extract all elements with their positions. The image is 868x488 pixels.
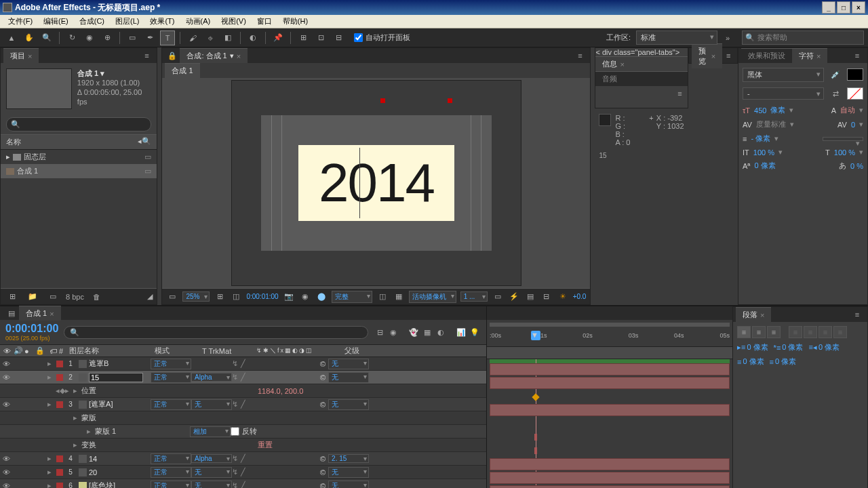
visibility-toggle[interactable]: 👁 xyxy=(0,401,12,409)
mask-mode-dropdown[interactable]: 相加 xyxy=(190,426,231,437)
transform-handle[interactable] xyxy=(448,98,452,103)
font-size[interactable]: 450 xyxy=(754,106,766,115)
pickwhip-icon[interactable]: © xyxy=(320,468,326,476)
eye-col-icon[interactable]: 👁 xyxy=(0,347,14,355)
layer-row[interactable]: 👁 ▸ 5 20 正常 无 ↯ ╱ ©无 xyxy=(0,466,486,479)
menu-layer[interactable]: 图层(L) xyxy=(110,15,144,28)
auto-open-panels[interactable]: 自动打开面板 xyxy=(354,33,410,43)
eraser-tool-icon[interactable]: ◧ xyxy=(220,30,235,45)
tree-folder[interactable]: ▸ 固态层 ▭ xyxy=(1,150,157,164)
layer-switch-icon[interactable]: ╱ xyxy=(241,454,245,463)
swap-colors-icon[interactable]: ⇄ xyxy=(828,86,843,101)
close-icon[interactable]: × xyxy=(760,311,764,319)
render-queue-icon[interactable]: ▤ xyxy=(4,306,19,321)
brush-tool-icon[interactable]: 🖌 xyxy=(185,30,200,45)
stroke-width[interactable]: - 像素 xyxy=(751,134,770,144)
name-column[interactable]: 名称 xyxy=(6,137,21,147)
leading[interactable]: 自动 xyxy=(840,105,855,115)
rotate-tool-icon[interactable]: ↻ xyxy=(64,30,79,45)
eyedropper-icon[interactable]: 💉 xyxy=(828,67,843,82)
trkmat-col[interactable]: T TrkMat xyxy=(202,347,256,355)
camera-tool-icon[interactable]: ◉ xyxy=(82,30,97,45)
project-tree[interactable]: ▸ 固态层 ▭ 合成 1 ▭ xyxy=(1,150,157,288)
justify-last-center-icon[interactable]: ≡ xyxy=(804,326,817,338)
current-time[interactable]: 0:00:01:00 xyxy=(246,293,278,300)
label-color[interactable] xyxy=(56,361,63,367)
always-preview-icon[interactable]: ▭ xyxy=(166,291,178,303)
layer-switch-icon[interactable]: ↯ xyxy=(232,373,238,382)
layer-name[interactable]: 20 xyxy=(76,468,151,476)
layer-duration-bar[interactable] xyxy=(490,485,730,488)
zoom-dropdown[interactable]: 25% xyxy=(182,291,210,302)
menu-help[interactable]: 帮助(H) xyxy=(277,15,313,28)
timeline-current-time[interactable]: 0:00:01:00 xyxy=(5,323,58,335)
hand-tool-icon[interactable]: ✋ xyxy=(22,30,37,45)
menu-view[interactable]: 视图(V) xyxy=(216,15,252,28)
hide-shy-icon[interactable]: 👻 xyxy=(408,326,420,338)
expand-icon[interactable]: ▸ xyxy=(73,441,77,449)
justify-all-icon[interactable]: ≡ xyxy=(833,326,847,338)
effects-tab[interactable]: 效果和预设 xyxy=(741,48,792,63)
panel-menu-icon[interactable]: ≡ xyxy=(572,48,587,63)
preview-tab[interactable]: 预览× xyxy=(692,43,723,68)
layer-switch-icon[interactable]: ╱ xyxy=(241,468,245,476)
project-search[interactable]: 🔍 xyxy=(6,117,151,131)
layer-switch-icon[interactable]: ↯ xyxy=(232,359,238,368)
stroke-color[interactable] xyxy=(847,87,863,100)
layer-switch-icon[interactable]: ╱ xyxy=(241,481,245,488)
quality-dropdown[interactable]: 完整 xyxy=(332,291,372,303)
composition-viewer[interactable]: 2014 xyxy=(162,78,590,288)
hscale[interactable]: 100 % xyxy=(834,148,855,157)
keyframe-icon[interactable] xyxy=(532,393,539,401)
auto-open-checkbox[interactable] xyxy=(354,33,363,42)
close-icon[interactable]: × xyxy=(237,52,241,60)
chevron-down-icon[interactable]: ▾ xyxy=(230,52,234,60)
clone-tool-icon[interactable]: ⎆ xyxy=(203,30,218,45)
layer-switch-icon[interactable]: ↯ xyxy=(232,481,238,488)
track-matte-dropdown[interactable]: 无 xyxy=(191,467,232,478)
property-value[interactable]: 1184.0, 200.0 xyxy=(258,387,303,395)
layer-list[interactable]: 👁 ▸ 1 遮罩B 正常 ↯ ╱ ©无 👁 ▸ 2 正常 Alpha ↯ ╱ ©… xyxy=(0,357,486,488)
grid-icon[interactable]: ⊞ xyxy=(214,291,226,303)
parent-dropdown[interactable]: 无 xyxy=(328,359,369,369)
layer-duration-bar[interactable] xyxy=(490,363,730,375)
panel-menu-icon[interactable]: ≡ xyxy=(850,48,865,63)
expand-icon[interactable]: ▸ xyxy=(73,413,77,422)
label-color[interactable] xyxy=(56,455,63,462)
pickwhip-icon[interactable]: © xyxy=(320,360,326,368)
name-col[interactable]: 图层名称 xyxy=(66,346,155,356)
close-icon[interactable]: × xyxy=(620,60,624,68)
views-dropdown[interactable]: 1 ... xyxy=(460,291,488,302)
marker-icon[interactable] xyxy=(534,434,537,441)
fill-color[interactable] xyxy=(847,68,863,81)
pan-behind-tool-icon[interactable]: ⊕ xyxy=(100,30,115,45)
track-matte-dropdown[interactable]: Alpha xyxy=(191,454,232,463)
parent-dropdown[interactable]: 无 xyxy=(328,467,369,478)
expand-icon[interactable]: ▸ xyxy=(45,359,54,368)
column-toggles[interactable]: ◂🔍 xyxy=(138,137,151,147)
show-snapshot-icon[interactable]: ◉ xyxy=(299,291,311,303)
exposure-value[interactable]: +0.0 xyxy=(573,293,587,300)
pickwhip-icon[interactable]: © xyxy=(320,373,326,382)
new-comp-icon[interactable]: ▭ xyxy=(45,289,60,304)
channel-icon[interactable]: ⬤ xyxy=(315,291,328,303)
layer-row[interactable]: 👁 ▸ 2 正常 Alpha ↯ ╱ ©无 xyxy=(0,371,486,384)
menu-file[interactable]: 文件(F) xyxy=(3,15,38,28)
visibility-toggle[interactable]: 👁 xyxy=(0,455,12,463)
layer-switch-icon[interactable]: ↯ xyxy=(232,400,238,409)
panel-menu-icon[interactable]: ≡ xyxy=(673,86,688,101)
label-color[interactable] xyxy=(56,469,63,476)
new-folder-icon[interactable]: 📁 xyxy=(25,289,40,304)
expand-icon[interactable]: ▸ xyxy=(45,400,54,409)
layer-switch-icon[interactable]: ╱ xyxy=(241,400,245,409)
layer-duration-bar[interactable] xyxy=(490,458,730,470)
comp-name[interactable]: 合成 1 ▾ xyxy=(77,68,152,78)
close-icon[interactable]: × xyxy=(50,310,54,318)
current-time-indicator[interactable]: ▼ xyxy=(531,331,540,340)
close-button[interactable]: × xyxy=(852,1,865,14)
justify-last-right-icon[interactable]: ≡ xyxy=(818,326,832,338)
keyframe-nav-icon[interactable]: ◂◆▸ xyxy=(56,386,69,395)
transparency-icon[interactable]: ▦ xyxy=(393,291,405,303)
roi-icon[interactable]: ◫ xyxy=(376,291,389,303)
layer-name[interactable]: 14 xyxy=(76,455,151,463)
